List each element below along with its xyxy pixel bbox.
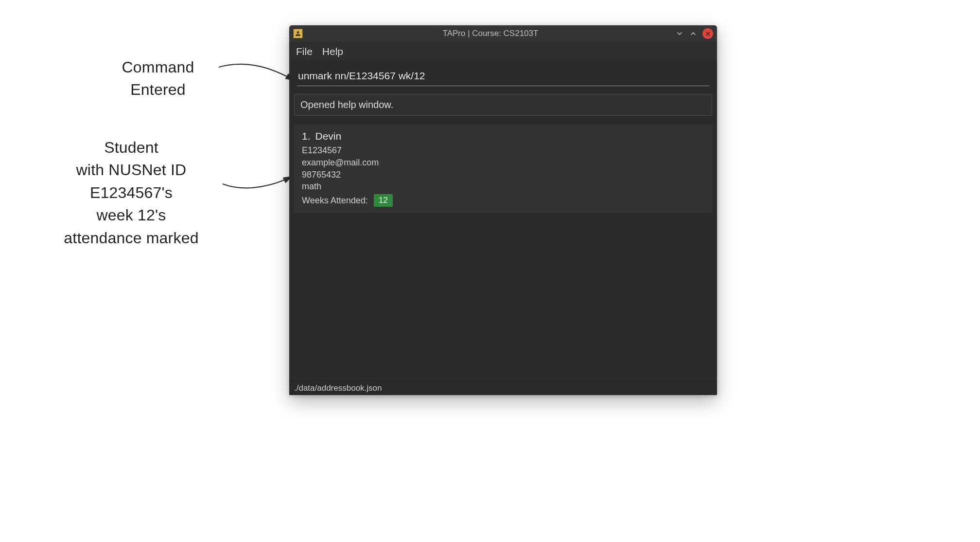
chevron-up-icon [689, 30, 697, 37]
weeks-label: Weeks Attended: [302, 195, 368, 207]
menu-help[interactable]: Help [322, 46, 343, 57]
minimize-button[interactable] [675, 29, 684, 38]
annotation-student-desc: Student with NUSNet ID E1234567's week 1… [39, 136, 224, 249]
command-input[interactable] [297, 68, 709, 86]
student-module: math [302, 181, 704, 193]
annotation-command-entered-text: Command Entered [122, 58, 194, 98]
app-icon [293, 29, 303, 38]
person-icon [295, 31, 301, 36]
student-list: 1.Devin E1234567 example@mail.com 987654… [294, 125, 712, 380]
student-name: Devin [315, 130, 342, 142]
close-icon [705, 31, 711, 36]
annotation-command-entered: Command Entered [88, 56, 228, 101]
content-area: Opened help window. 1.Devin E1234567 exa… [289, 61, 717, 380]
week-badge: 12 [374, 194, 393, 206]
student-title: 1.Devin [302, 129, 704, 144]
student-email: example@mail.com [302, 157, 704, 169]
result-panel: Opened help window. [294, 94, 712, 116]
titlebar: TAPro | Course: CS2103T [289, 25, 717, 42]
statusbar: ./data/addressbook.json [289, 380, 717, 395]
status-path: ./data/addressbook.json [294, 383, 382, 393]
result-text: Opened help window. [300, 99, 393, 110]
menu-file[interactable]: File [296, 46, 313, 57]
menubar: File Help [289, 42, 717, 61]
app-window: TAPro | Course: CS2103T File Help [289, 25, 717, 395]
student-nusnet: E1234567 [302, 145, 704, 157]
maximize-button[interactable] [689, 29, 698, 38]
student-phone: 98765432 [302, 169, 704, 181]
weeks-row: Weeks Attended: 12 [302, 194, 704, 206]
student-index: 1. [302, 130, 311, 142]
chevron-down-icon [676, 30, 683, 37]
annotation-student-desc-text: Student with NUSNet ID E1234567's week 1… [64, 139, 198, 247]
close-button[interactable] [702, 28, 713, 39]
window-title: TAPro | Course: CS2103T [306, 29, 675, 38]
command-row [294, 64, 712, 87]
student-card[interactable]: 1.Devin E1234567 example@mail.com 987654… [294, 125, 712, 213]
